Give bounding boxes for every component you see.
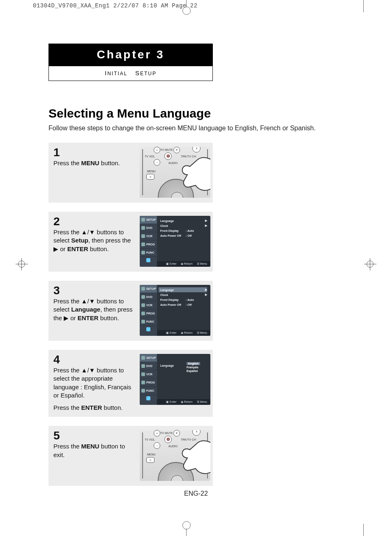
osd-item-clock: Clock [160,224,186,227]
osd-value-off: : Off [186,234,201,237]
osd-value-auto: : Auto [186,298,201,301]
step-4-figure: SETUP DVD VCR PROG FUNC Language Engl [140,354,210,412]
step-2-number: 2 [53,216,136,227]
osd-side-setup: SETUP [146,356,156,359]
osd-bar-return: Return [184,331,193,334]
step-2-mid3: or [58,245,67,252]
osd-side-vcr: VCR [146,373,152,376]
osd-bar-menu: Menu [200,262,207,265]
step-4-arrows: ▲/▼ [81,367,95,374]
remote-label-tvvol: TV VOL [145,155,155,158]
osd-lang-espanol: Español [187,370,200,372]
move-icon [146,258,150,262]
return-icon: ◉ [181,262,183,265]
remote-label-menu: MENU [147,453,156,456]
step-3-text: 3 Press the ▲/▼ buttons to select Langua… [53,285,136,336]
registration-mark-right-icon [364,258,376,270]
step-3-pre: Press the [53,298,81,305]
step-2-post: button. [88,245,109,252]
step-4: 4 Press the ▲/▼ buttons to select the ap… [48,350,213,417]
step-4-line2-post: button. [102,404,122,411]
step-2: 2 Press the ▲/▼ buttons to select Setup,… [48,212,213,272]
step-2-mid2: , then press the [88,237,131,244]
grid-icon [141,320,145,323]
step-2-pre: Press the [53,229,81,236]
osd-side-prog: PROG [146,243,155,246]
osd-bar-menu: Menu [200,331,207,334]
step-3-number: 3 [53,285,136,296]
step-1-number: 1 [53,147,136,158]
chapter-subtitle-w2: ETUP [140,71,157,76]
chapter-subtitle-w1: NITIAL [107,71,127,76]
osd-bar-return: Return [184,400,193,403]
osd-side-vcr: VCR [146,235,152,238]
osd-side-func: FUNC [146,320,154,323]
osd-side-dvd: DVD [146,365,152,367]
section-intro: Follow these steps to change the on-scre… [48,125,344,132]
step-5-text: 5 Press the MENU button to exit. [53,430,136,481]
step-1-post: button. [99,159,120,166]
move-icon [146,396,150,400]
enter-icon: ▣ [166,400,169,403]
osd-lang-francais: Français [187,366,200,369]
osd-item-autopoweroff: Auto Power Off [160,234,186,237]
osd-item-language: Language [160,364,186,367]
step-4-pre: Press the [53,367,81,374]
step-5-figure: TV MUTE + ✕ ∧ TV VOL 🔇 TRK/TV CH − AUDIO… [140,430,210,481]
step-4-number: 4 [53,354,136,365]
step-4-line2-pre: Press the [53,404,81,411]
step-2-arrow2: ▶ [53,245,58,252]
chapter-subtitle-cap2: S [135,69,140,76]
hand-pointing-icon [166,432,210,481]
grid-icon [141,251,145,254]
osd-item-language: Language [160,289,186,291]
disc-icon [141,226,145,230]
menu-icon: ☰ [197,262,199,265]
osd-value-auto: : Auto [186,229,201,232]
osd-side-func: FUNC [146,251,154,254]
step-5-bold: MENU [81,443,99,450]
osd-bar-menu: Menu [200,400,207,403]
osd-item-frontdisplay: Front Display [160,229,186,232]
step-3-bold1: Language [71,306,100,313]
step-1-text: 1 Press the MENU button. [53,147,136,198]
chapter-subtitle: INITIAL SETUP [49,66,212,81]
grid-icon [141,389,145,393]
step-5: 5 Press the MENU button to exit. TV MUTE… [48,426,213,486]
osd-side-prog: PROG [146,381,155,384]
osd-item-frontdisplay: Front Display [160,298,186,301]
step-3-figure: SETUP DVD VCR PROG FUNC Language▶ Clock▶ [140,285,210,336]
step-4-line2-bold: ENTER [81,404,102,411]
osd-value-off: : Off [186,303,201,306]
osd-screenshot-setup: SETUP DVD VCR PROG FUNC Language▶ Clock▶ [140,216,210,267]
step-3-mid3: or [69,314,78,321]
osd-item-autopoweroff: Auto Power Off [160,303,186,306]
osd-side-vcr: VCR [146,304,152,307]
step-1-figure: TV MUTE + ✕ ∧ TV VOL 🔇 TRK/TV CH − AUDIO… [140,147,210,198]
hand-pointing-icon [166,149,210,198]
enter-icon: ▣ [166,262,169,265]
remote-label-menu: MENU [147,170,156,173]
disc-icon [141,364,145,368]
step-2-bold1: Setup [71,237,88,244]
menu-icon: ☰ [197,331,199,334]
clock-icon [141,312,145,315]
osd-side-setup: SETUP [146,287,156,290]
step-1-pre: Press the [53,159,81,166]
chapter-heading-box: Chapter 3 INITIAL SETUP [48,44,213,81]
return-icon: ◉ [181,400,183,403]
osd-side-prog: PROG [146,312,155,315]
tape-icon [141,372,145,376]
step-3-arrow2: ▶ [64,314,69,321]
menu-icon: ☰ [197,400,199,403]
step-5-number: 5 [53,430,136,441]
step-2-text: 2 Press the ▲/▼ buttons to select Setup,… [53,216,136,267]
step-2-arrows: ▲/▼ [81,229,95,236]
step-5-pre: Press the [53,443,81,450]
osd-bar-enter: Enter [170,331,177,334]
osd-side-setup: SETUP [146,218,156,221]
manual-page: 01304D_V9700_XAA_Eng1 2/22/07 8:10 AM Pa… [0,0,392,536]
crop-header: 01304D_V9700_XAA_Eng1 2/22/07 8:10 AM Pa… [33,2,198,9]
page-content: Chapter 3 INITIAL SETUP Selecting a Menu… [48,44,344,486]
step-1-bold: MENU [81,159,99,166]
